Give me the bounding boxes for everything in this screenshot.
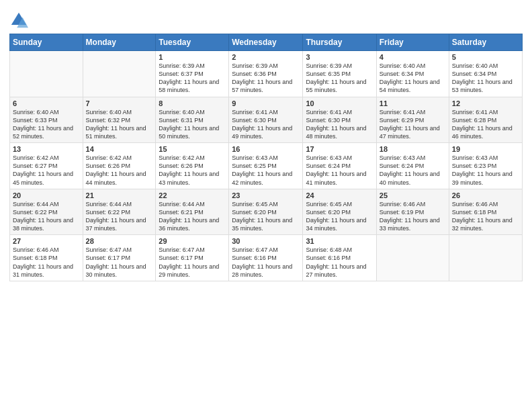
day-number: 23	[232, 191, 300, 199]
calendar-week-row: 27Sunrise: 6:46 AM Sunset: 6:18 PM Dayli…	[10, 235, 523, 281]
day-number: 28	[86, 237, 153, 245]
day-info: Sunrise: 6:39 AM Sunset: 6:35 PM Dayligh…	[306, 62, 373, 95]
day-number: 4	[380, 53, 446, 61]
day-info: Sunrise: 6:43 AM Sunset: 6:23 PM Dayligh…	[452, 154, 519, 187]
calendar-cell: 26Sunrise: 6:46 AM Sunset: 6:18 PM Dayli…	[449, 189, 522, 235]
calendar-week-row: 1Sunrise: 6:39 AM Sunset: 6:37 PM Daylig…	[10, 51, 523, 97]
header-area	[9, 7, 523, 30]
day-number: 15	[159, 145, 226, 153]
calendar-cell: 11Sunrise: 6:41 AM Sunset: 6:29 PM Dayli…	[376, 97, 449, 143]
calendar-cell: 7Sunrise: 6:40 AM Sunset: 6:32 PM Daylig…	[83, 97, 156, 143]
calendar-week-row: 13Sunrise: 6:42 AM Sunset: 6:27 PM Dayli…	[10, 143, 523, 189]
calendar-cell: 15Sunrise: 6:42 AM Sunset: 6:26 PM Dayli…	[156, 143, 229, 189]
day-info: Sunrise: 6:46 AM Sunset: 6:18 PM Dayligh…	[452, 200, 519, 233]
weekday-header: Monday	[83, 34, 156, 51]
calendar-cell: 3Sunrise: 6:39 AM Sunset: 6:35 PM Daylig…	[303, 51, 376, 97]
calendar-cell	[449, 235, 522, 281]
weekday-header: Sunday	[10, 34, 83, 51]
day-info: Sunrise: 6:40 AM Sunset: 6:34 PM Dayligh…	[452, 62, 519, 95]
day-info: Sunrise: 6:43 AM Sunset: 6:24 PM Dayligh…	[306, 154, 373, 187]
day-number: 30	[232, 237, 300, 245]
calendar-cell	[10, 51, 83, 97]
calendar-cell: 31Sunrise: 6:48 AM Sunset: 6:16 PM Dayli…	[303, 235, 376, 281]
calendar-cell: 17Sunrise: 6:43 AM Sunset: 6:24 PM Dayli…	[303, 143, 376, 189]
day-number: 22	[159, 191, 226, 199]
weekday-header: Wednesday	[229, 34, 303, 51]
day-info: Sunrise: 6:48 AM Sunset: 6:16 PM Dayligh…	[306, 246, 373, 279]
page: SundayMondayTuesdayWednesdayThursdayFrid…	[0, 0, 532, 411]
day-info: Sunrise: 6:40 AM Sunset: 6:33 PM Dayligh…	[13, 108, 80, 141]
day-info: Sunrise: 6:42 AM Sunset: 6:26 PM Dayligh…	[159, 154, 226, 187]
weekday-header: Saturday	[449, 34, 522, 51]
day-info: Sunrise: 6:39 AM Sunset: 6:36 PM Dayligh…	[232, 62, 300, 95]
calendar-cell: 9Sunrise: 6:41 AM Sunset: 6:30 PM Daylig…	[229, 97, 303, 143]
day-info: Sunrise: 6:41 AM Sunset: 6:28 PM Dayligh…	[452, 108, 519, 141]
day-number: 5	[452, 53, 519, 61]
day-info: Sunrise: 6:41 AM Sunset: 6:29 PM Dayligh…	[380, 108, 446, 141]
calendar-cell: 12Sunrise: 6:41 AM Sunset: 6:28 PM Dayli…	[449, 97, 522, 143]
calendar-cell: 22Sunrise: 6:44 AM Sunset: 6:21 PM Dayli…	[156, 189, 229, 235]
day-number: 19	[452, 145, 519, 153]
day-number: 21	[86, 191, 153, 199]
day-number: 7	[86, 99, 153, 107]
day-number: 11	[380, 99, 446, 107]
calendar-cell: 10Sunrise: 6:41 AM Sunset: 6:30 PM Dayli…	[303, 97, 376, 143]
calendar-cell: 29Sunrise: 6:47 AM Sunset: 6:17 PM Dayli…	[156, 235, 229, 281]
calendar-cell	[376, 235, 449, 281]
day-info: Sunrise: 6:43 AM Sunset: 6:24 PM Dayligh…	[380, 154, 446, 187]
day-info: Sunrise: 6:42 AM Sunset: 6:26 PM Dayligh…	[86, 154, 153, 187]
day-number: 26	[452, 191, 519, 199]
day-info: Sunrise: 6:40 AM Sunset: 6:32 PM Dayligh…	[86, 108, 153, 141]
day-info: Sunrise: 6:39 AM Sunset: 6:37 PM Dayligh…	[159, 62, 226, 95]
day-info: Sunrise: 6:45 AM Sunset: 6:20 PM Dayligh…	[306, 200, 373, 233]
calendar-cell: 13Sunrise: 6:42 AM Sunset: 6:27 PM Dayli…	[10, 143, 83, 189]
day-number: 14	[86, 145, 153, 153]
calendar-cell: 1Sunrise: 6:39 AM Sunset: 6:37 PM Daylig…	[156, 51, 229, 97]
day-number: 24	[306, 191, 373, 199]
calendar-cell: 23Sunrise: 6:45 AM Sunset: 6:20 PM Dayli…	[229, 189, 303, 235]
weekday-header: Thursday	[303, 34, 376, 51]
calendar-cell: 8Sunrise: 6:40 AM Sunset: 6:31 PM Daylig…	[156, 97, 229, 143]
calendar-cell: 27Sunrise: 6:46 AM Sunset: 6:18 PM Dayli…	[10, 235, 83, 281]
day-number: 8	[159, 99, 226, 107]
calendar-cell	[83, 51, 156, 97]
calendar-cell: 25Sunrise: 6:46 AM Sunset: 6:19 PM Dayli…	[376, 189, 449, 235]
day-info: Sunrise: 6:40 AM Sunset: 6:34 PM Dayligh…	[380, 62, 446, 95]
logo-icon	[9, 11, 28, 30]
calendar-cell: 24Sunrise: 6:45 AM Sunset: 6:20 PM Dayli…	[303, 189, 376, 235]
calendar-cell: 16Sunrise: 6:43 AM Sunset: 6:25 PM Dayli…	[229, 143, 303, 189]
day-info: Sunrise: 6:43 AM Sunset: 6:25 PM Dayligh…	[232, 154, 300, 187]
calendar-cell: 6Sunrise: 6:40 AM Sunset: 6:33 PM Daylig…	[10, 97, 83, 143]
calendar-cell: 14Sunrise: 6:42 AM Sunset: 6:26 PM Dayli…	[83, 143, 156, 189]
calendar-cell: 18Sunrise: 6:43 AM Sunset: 6:24 PM Dayli…	[376, 143, 449, 189]
day-info: Sunrise: 6:47 AM Sunset: 6:17 PM Dayligh…	[159, 246, 226, 279]
day-number: 1	[159, 53, 226, 61]
day-number: 9	[232, 99, 300, 107]
calendar-cell: 28Sunrise: 6:47 AM Sunset: 6:17 PM Dayli…	[83, 235, 156, 281]
weekday-header: Tuesday	[156, 34, 229, 51]
day-info: Sunrise: 6:42 AM Sunset: 6:27 PM Dayligh…	[13, 154, 80, 187]
day-number: 2	[232, 53, 300, 61]
day-info: Sunrise: 6:47 AM Sunset: 6:16 PM Dayligh…	[232, 246, 300, 279]
calendar-cell: 21Sunrise: 6:44 AM Sunset: 6:22 PM Dayli…	[83, 189, 156, 235]
day-number: 10	[306, 99, 373, 107]
day-number: 3	[306, 53, 373, 61]
day-info: Sunrise: 6:41 AM Sunset: 6:30 PM Dayligh…	[306, 108, 373, 141]
day-number: 27	[13, 237, 80, 245]
day-info: Sunrise: 6:44 AM Sunset: 6:22 PM Dayligh…	[86, 200, 153, 233]
day-info: Sunrise: 6:40 AM Sunset: 6:31 PM Dayligh…	[159, 108, 226, 141]
day-number: 6	[13, 99, 80, 107]
calendar-cell: 19Sunrise: 6:43 AM Sunset: 6:23 PM Dayli…	[449, 143, 522, 189]
calendar-cell: 20Sunrise: 6:44 AM Sunset: 6:22 PM Dayli…	[10, 189, 83, 235]
day-number: 13	[13, 145, 80, 153]
calendar-table: SundayMondayTuesdayWednesdayThursdayFrid…	[9, 34, 523, 281]
calendar-cell: 30Sunrise: 6:47 AM Sunset: 6:16 PM Dayli…	[229, 235, 303, 281]
calendar-cell: 5Sunrise: 6:40 AM Sunset: 6:34 PM Daylig…	[449, 51, 522, 97]
logo	[9, 11, 30, 30]
day-number: 29	[159, 237, 226, 245]
day-info: Sunrise: 6:46 AM Sunset: 6:19 PM Dayligh…	[380, 200, 446, 233]
day-number: 25	[380, 191, 446, 199]
day-number: 18	[380, 145, 446, 153]
calendar-header-row: SundayMondayTuesdayWednesdayThursdayFrid…	[10, 34, 523, 51]
calendar-week-row: 20Sunrise: 6:44 AM Sunset: 6:22 PM Dayli…	[10, 189, 523, 235]
